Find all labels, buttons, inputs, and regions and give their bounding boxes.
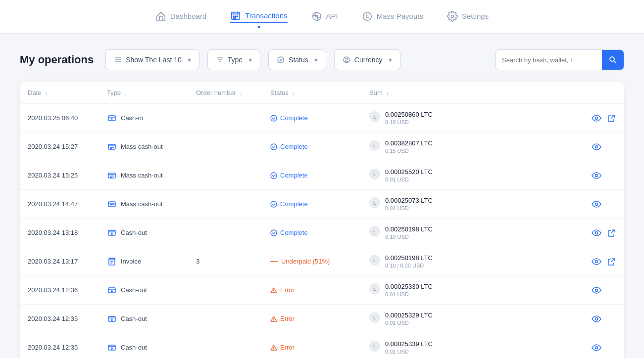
table-header: Date ↓ Type ↓ Order number ↓ Status ↓	[20, 82, 624, 104]
cell-status: Error	[262, 276, 361, 305]
eye-icon	[592, 285, 601, 295]
svg-point-33	[595, 174, 598, 177]
svg-point-32	[271, 173, 277, 179]
nav-label-transactions: Transactions	[245, 11, 287, 20]
nav-item-api[interactable]: API	[311, 11, 338, 23]
cell-sum: Ł 0.00025329 LTC 0.01 USD	[361, 305, 584, 333]
sum-values: 0.00250198 LTC 0.10 / 0.20 USD	[385, 254, 433, 268]
cash-out-icon	[107, 343, 117, 353]
sum-values: 0.00250198 LTC 0.10 USD	[385, 225, 433, 240]
external-link-icon	[606, 257, 616, 267]
search-button[interactable]	[602, 50, 624, 70]
main-amount: 0.00025339 LTC	[385, 340, 433, 348]
svg-point-27	[271, 144, 277, 150]
action-icons	[592, 113, 616, 123]
type-icon-wrapper	[107, 228, 117, 238]
mass-cash-out-icon	[107, 199, 117, 209]
view-button[interactable]	[592, 228, 601, 238]
col-header-date[interactable]: Date ↓	[20, 82, 99, 104]
mass-cash-out-icon	[107, 171, 117, 180]
col-header-sum[interactable]: Sum ↓	[361, 82, 584, 104]
view-button[interactable]	[592, 285, 601, 295]
table-row: 2020.03.24 15:27 Mass cash-out Complete …	[20, 133, 624, 161]
type-label-cell: Cash-out	[121, 344, 147, 351]
status-error: Error	[270, 344, 353, 351]
view-button[interactable]	[592, 343, 601, 353]
external-link-button[interactable]	[606, 257, 616, 267]
cell-type: Mass cash-out	[99, 190, 188, 219]
cash-out-icon	[107, 228, 117, 238]
main-amount: 0.00025073 LTC	[385, 197, 433, 204]
view-button[interactable]	[592, 257, 601, 267]
view-button[interactable]	[592, 113, 601, 123]
cell-sum: Ł 0.00250860 LTC 0.10 USD	[361, 104, 584, 133]
sum-values: 0.00382807 LTC 0.15 USD	[385, 139, 433, 154]
status-complete: Complete	[270, 143, 353, 150]
nav-item-dashboard[interactable]: Dashboard	[155, 11, 206, 23]
nav-item-transactions[interactable]: Transactions	[230, 10, 287, 23]
col-header-status[interactable]: Status ↓	[262, 82, 361, 104]
cell-order	[188, 104, 262, 133]
cell-status: Error	[262, 333, 361, 358]
cell-type: Mass cash-out	[99, 133, 188, 161]
sum-values: 0.00025339 LTC 0.01 USD	[385, 340, 433, 355]
action-icons	[592, 314, 616, 324]
cell-status: Complete	[262, 161, 361, 190]
date-sort-icon: ↓	[45, 90, 48, 96]
status-complete: Complete	[270, 114, 353, 122]
cell-date: 2020.03.24 13:17	[20, 247, 99, 276]
nav-item-settings[interactable]: Settings	[447, 11, 489, 23]
view-button[interactable]	[592, 314, 601, 324]
show-last-dropdown[interactable]: Show The Last 10 ▾	[105, 49, 199, 70]
svg-point-8	[363, 12, 371, 20]
cell-type: Cash-in	[99, 104, 188, 133]
main-amount: 0.00025330 LTC	[385, 283, 433, 290]
cell-actions	[584, 333, 624, 358]
nav-item-mass-payouts[interactable]: Mass Payouts	[362, 11, 423, 23]
cell-actions	[584, 133, 624, 161]
svg-point-6	[235, 17, 236, 18]
currency-dropdown[interactable]: Currency ▾	[334, 49, 400, 70]
external-link-button[interactable]	[606, 113, 616, 123]
cell-actions	[584, 219, 624, 247]
svg-point-37	[271, 201, 277, 207]
cell-actions	[584, 276, 624, 305]
col-header-order[interactable]: Order number ↓	[188, 82, 262, 104]
main-amount: 0.00250198 LTC	[385, 254, 433, 262]
ltc-icon: Ł	[369, 283, 380, 294]
table-row: 2020.03.24 14:47 Mass cash-out Complete …	[20, 190, 624, 219]
type-dropdown[interactable]: Type ▾	[207, 49, 260, 70]
action-icons	[592, 199, 616, 209]
type-icon-wrapper	[107, 199, 117, 209]
status-complete: Complete	[270, 229, 353, 236]
cash-out-icon	[107, 285, 117, 295]
status-error: Error	[270, 315, 353, 322]
cell-order	[188, 219, 262, 247]
sum-values: 0.00025330 LTC 0.01 USD	[385, 283, 433, 297]
warning-icon	[270, 344, 277, 351]
sub-amount: 0.01 USD	[385, 320, 433, 326]
api-icon	[311, 11, 322, 22]
mass-cash-out-icon	[107, 142, 117, 152]
sub-amount: 0.01 USD	[385, 349, 433, 355]
svg-point-16	[278, 57, 284, 63]
type-label-cell: Mass cash-out	[121, 172, 163, 179]
cell-actions	[584, 247, 624, 276]
status-sort-icon: ↓	[292, 90, 295, 96]
col-header-type[interactable]: Type ↓	[99, 82, 188, 104]
cash-out-icon	[107, 314, 117, 324]
active-dot	[257, 26, 260, 28]
view-button[interactable]	[592, 142, 601, 152]
cell-sum: Ł 0.00025330 LTC 0.01 USD	[361, 276, 584, 305]
status-dropdown[interactable]: Status ▾	[268, 49, 326, 70]
cell-order	[188, 161, 262, 190]
cell-date: 2020.03.24 12:35	[20, 305, 99, 333]
home-icon	[155, 11, 166, 22]
view-button[interactable]	[592, 171, 601, 180]
external-link-button[interactable]	[606, 228, 616, 238]
ltc-icon: Ł	[369, 312, 380, 323]
search-input[interactable]	[496, 50, 602, 70]
view-button[interactable]	[592, 199, 601, 209]
cell-status: Complete	[262, 219, 361, 247]
eye-icon	[592, 199, 601, 209]
